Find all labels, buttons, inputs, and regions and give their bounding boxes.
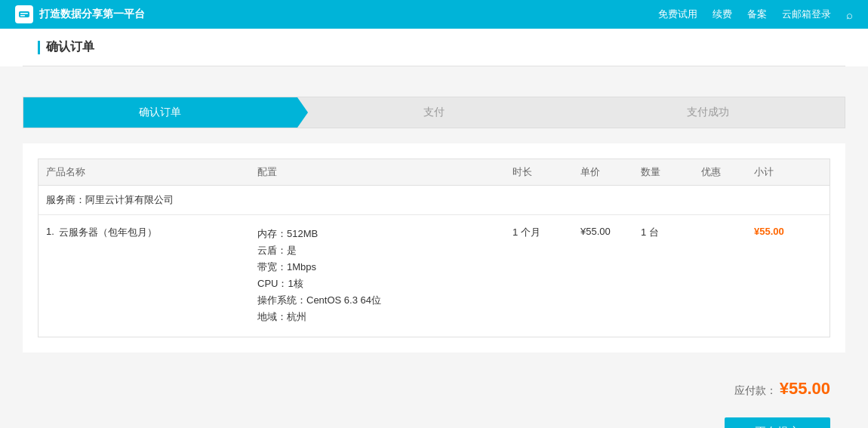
submit-button[interactable]: 正在提交	[725, 417, 830, 428]
header-nav: 免费试用 续费 备案 云邮箱登录 ⌕	[658, 8, 853, 21]
product-quantity: 1 台	[641, 226, 701, 239]
config-line-3: 带宽：1Mbps	[257, 261, 316, 273]
title-accent-bar	[38, 41, 40, 54]
nav-renew[interactable]: 续费	[713, 8, 732, 21]
svg-rect-2	[20, 15, 25, 17]
logo-icon	[15, 5, 33, 23]
step-arrow-2	[571, 97, 581, 128]
step-payment-success: 支付成功	[571, 97, 845, 128]
step-confirm-label: 确认订单	[139, 106, 181, 119]
row-number: 1.	[46, 226, 54, 239]
service-provider-row: 服务商：阿里云计算有限公司	[38, 186, 830, 215]
col-header-duration: 时长	[512, 165, 580, 179]
product-duration: 1 个月	[512, 226, 580, 239]
nav-free-trial[interactable]: 免费试用	[658, 8, 697, 21]
col-header-discount: 优惠	[701, 165, 754, 179]
page-title-section: 确认订单	[0, 29, 868, 66]
config-line-1: 内存：512MB	[257, 228, 318, 239]
order-table-card: 产品名称 配置 时长 单价 数量 优惠 小计 服务商：阿里云计算有限公司 1. …	[23, 143, 845, 353]
product-name-cell: 1. 云服务器（包年包月）	[46, 226, 257, 239]
config-line-4: CPU：1核	[257, 278, 303, 289]
col-header-subtotal: 小计	[754, 165, 822, 179]
total-label: 应付款：	[734, 384, 777, 396]
step-success-label: 支付成功	[687, 106, 729, 119]
config-line-6: 地域：杭州	[257, 311, 306, 322]
product-price: ¥55.00	[580, 226, 641, 237]
step-payment: 支付	[297, 97, 571, 128]
col-header-product: 产品名称	[46, 165, 257, 179]
site-header: 打造数据分享第一平台 免费试用 续费 备案 云邮箱登录 ⌕	[0, 0, 868, 29]
nav-record[interactable]: 备案	[747, 8, 767, 21]
col-header-config: 配置	[257, 165, 512, 179]
svg-rect-1	[20, 13, 28, 14]
config-line-5: 操作系统：CentOS 6.3 64位	[257, 294, 381, 306]
table-row: 1. 云服务器（包年包月） 内存：512MB 云盾：是 带宽：1Mbps CPU…	[38, 215, 830, 337]
service-provider-label: 服务商：阿里云计算有限公司	[46, 194, 174, 205]
total-amount: ¥55.00	[780, 379, 830, 398]
page-title-container: 确认订单	[23, 29, 845, 66]
product-subtotal: ¥55.00	[754, 226, 822, 237]
col-header-quantity: 数量	[641, 165, 701, 179]
step-confirm-order: 确认订单	[23, 97, 297, 128]
submit-area: 正在提交	[23, 410, 845, 428]
svg-rect-0	[19, 11, 29, 17]
total-area: 应付款： ¥55.00	[23, 368, 845, 410]
product-name: 云服务器（包年包月）	[59, 226, 157, 239]
config-line-2: 云盾：是	[257, 245, 297, 256]
logo-text: 打造数据分享第一平台	[39, 8, 145, 21]
page-title: 确认订单	[46, 39, 94, 55]
table-header-row: 产品名称 配置 时长 单价 数量 优惠 小计	[38, 159, 830, 186]
col-header-price: 单价	[580, 165, 641, 179]
main-content: 确认订单 支付 支付成功 产品名称 配置 时长 单价 数量 优惠 小计 服务商：…	[0, 82, 868, 428]
step-payment-label: 支付	[423, 106, 445, 119]
product-config-cell: 内存：512MB 云盾：是 带宽：1Mbps CPU：1核 操作系统：CentO…	[257, 226, 512, 326]
step-arrow-1	[297, 97, 308, 128]
nav-email-login[interactable]: 云邮箱登录	[782, 8, 831, 21]
steps-bar: 确认订单 支付 支付成功	[23, 97, 845, 128]
logo-area: 打造数据分享第一平台	[15, 5, 145, 23]
search-icon[interactable]: ⌕	[846, 8, 853, 21]
